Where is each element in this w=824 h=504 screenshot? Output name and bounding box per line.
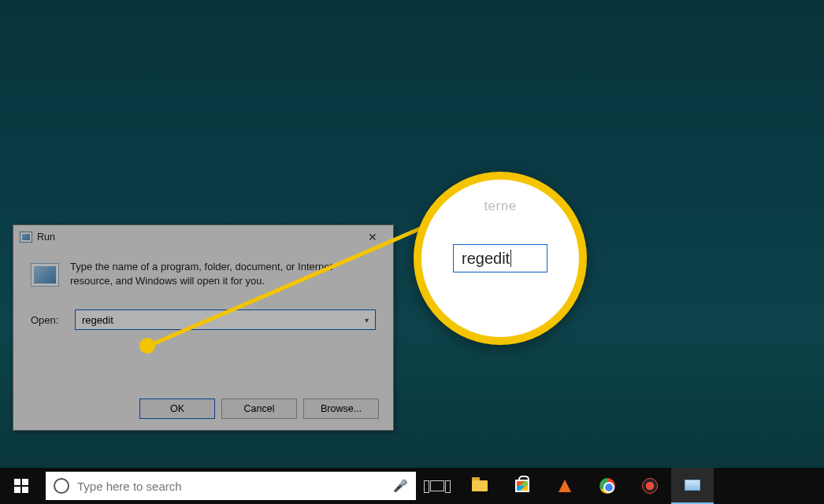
- file-explorer-button[interactable]: [458, 468, 501, 504]
- close-icon[interactable]: ✕: [355, 226, 390, 248]
- zoom-fragment-text: terne: [484, 198, 516, 214]
- taskbar: 🎤: [0, 468, 824, 504]
- open-input[interactable]: [76, 314, 358, 326]
- taskbar-search-input[interactable]: [77, 480, 385, 493]
- taskbar-search[interactable]: 🎤: [46, 472, 416, 500]
- task-view-icon: [430, 480, 444, 491]
- chevron-down-icon[interactable]: ▾: [358, 310, 375, 329]
- gear-icon: [642, 478, 658, 494]
- browse-button[interactable]: Browse...: [303, 398, 379, 419]
- run-titlebar[interactable]: Run ✕: [13, 225, 393, 249]
- chrome-icon: [599, 478, 615, 494]
- zoom-input-preview: regedit: [453, 244, 547, 272]
- vlc-button[interactable]: [544, 468, 586, 504]
- chrome-button[interactable]: [586, 468, 629, 504]
- cortana-icon: [54, 478, 69, 494]
- explorer-window-button[interactable]: [671, 468, 714, 504]
- cancel-button[interactable]: Cancel: [221, 398, 297, 419]
- ok-button[interactable]: OK: [139, 398, 215, 419]
- microsoft-store-button[interactable]: [501, 468, 544, 504]
- vlc-icon: [559, 480, 571, 492]
- start-button[interactable]: [0, 468, 43, 504]
- run-title: Run: [37, 232, 55, 243]
- run-icon: [20, 232, 32, 243]
- run-description: Type the name of a program, folder, docu…: [70, 260, 354, 287]
- open-label: Open:: [31, 314, 65, 326]
- open-combobox[interactable]: ▾: [75, 309, 376, 330]
- text-caret: [510, 250, 511, 267]
- run-dialog[interactable]: Run ✕ Type the name of a program, folder…: [13, 224, 394, 431]
- microphone-icon[interactable]: 🎤: [393, 479, 408, 493]
- folder-icon: [472, 480, 488, 491]
- windows-logo-icon: [14, 479, 28, 493]
- highlight-dot: [139, 338, 155, 354]
- settings-app-button[interactable]: [629, 468, 671, 504]
- store-icon: [515, 480, 529, 492]
- run-program-icon: [31, 263, 59, 287]
- zoom-input-value: regedit: [462, 250, 510, 268]
- zoom-callout: terne regedit: [414, 172, 587, 345]
- explorer-icon: [685, 480, 700, 491]
- run-button-row: OK Cancel Browse...: [13, 387, 393, 430]
- task-view-button[interactable]: [416, 468, 458, 504]
